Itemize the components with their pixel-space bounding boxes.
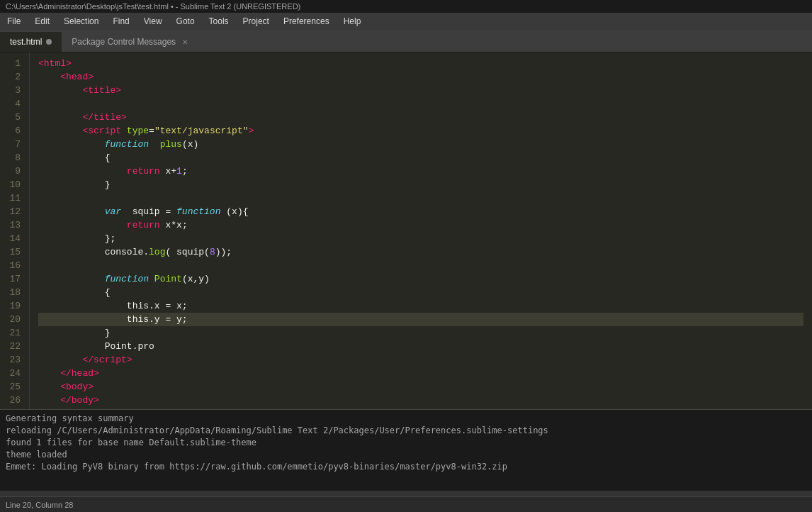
console-line-5: Emmet: Loading PyV8 binary from https://… <box>6 461 806 473</box>
console-line-4: theme loaded <box>6 449 806 461</box>
editor: 12345 678910 1112131415 1617181920 21222… <box>0 52 812 409</box>
tab-modified-dot <box>46 39 52 45</box>
status-left: Line 20, Column 28 <box>6 501 806 509</box>
menu-find[interactable]: Find <box>106 13 136 30</box>
cursor-position: Line 20, Column 28 <box>6 501 73 509</box>
menu-goto[interactable]: Goto <box>169 13 202 30</box>
menu-bar: File Edit Selection Find View Goto Tools… <box>0 13 812 30</box>
console-line-2: reloading /C/Users/Administrator/AppData… <box>6 425 806 437</box>
code-area[interactable]: <html> <head> <title> </title> <script t… <box>30 52 812 409</box>
menu-preferences[interactable]: Preferences <box>276 13 337 30</box>
menu-help[interactable]: Help <box>337 13 368 30</box>
tab-close-icon[interactable]: ✕ <box>180 37 190 47</box>
tab-package-control[interactable]: Package Control Messages ✕ <box>62 32 200 52</box>
progress-bar-area <box>0 491 812 496</box>
console-line-3: found 1 files for base name Default.subl… <box>6 437 806 449</box>
menu-tools[interactable]: Tools <box>202 13 236 30</box>
menu-file[interactable]: File <box>0 13 28 30</box>
menu-selection[interactable]: Selection <box>57 13 106 30</box>
menu-project[interactable]: Project <box>236 13 276 30</box>
tab-test-html[interactable]: test.html <box>0 32 62 52</box>
tab-package-label: Package Control Messages <box>72 37 176 47</box>
menu-view[interactable]: View <box>137 13 169 30</box>
title-text: C:\Users\Administrator\Desktop\jsTest\te… <box>6 2 300 11</box>
title-bar: C:\Users\Administrator\Desktop\jsTest\te… <box>0 0 812 13</box>
tab-bar: test.html Package Control Messages ✕ <box>0 30 812 52</box>
tab-test-html-label: test.html <box>10 37 42 47</box>
console-panel: Generating syntax summary reloading /C/U… <box>0 409 812 491</box>
menu-edit[interactable]: Edit <box>28 13 57 30</box>
console-line-1: Generating syntax summary <box>6 413 806 425</box>
status-bar: Line 20, Column 28 <box>0 496 812 512</box>
line-numbers: 12345 678910 1112131415 1617181920 21222… <box>0 52 30 409</box>
